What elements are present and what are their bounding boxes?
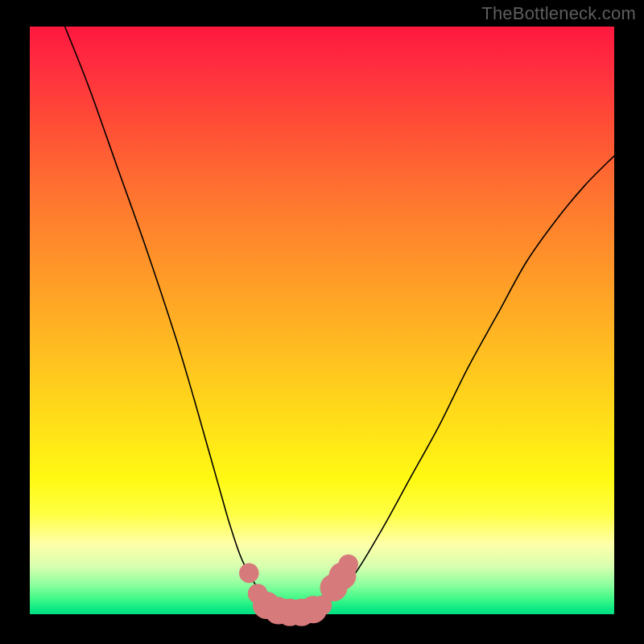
bottleneck-curve <box>65 27 614 615</box>
curve-path <box>65 27 614 615</box>
chart-container: TheBottleneck.com <box>0 0 644 644</box>
plot-area <box>30 27 614 614</box>
highlight-markers <box>239 555 358 626</box>
watermark-text: TheBottleneck.com <box>481 3 636 24</box>
curve-svg <box>30 27 614 614</box>
highlight-dot <box>338 555 358 575</box>
highlight-dot <box>239 564 259 584</box>
